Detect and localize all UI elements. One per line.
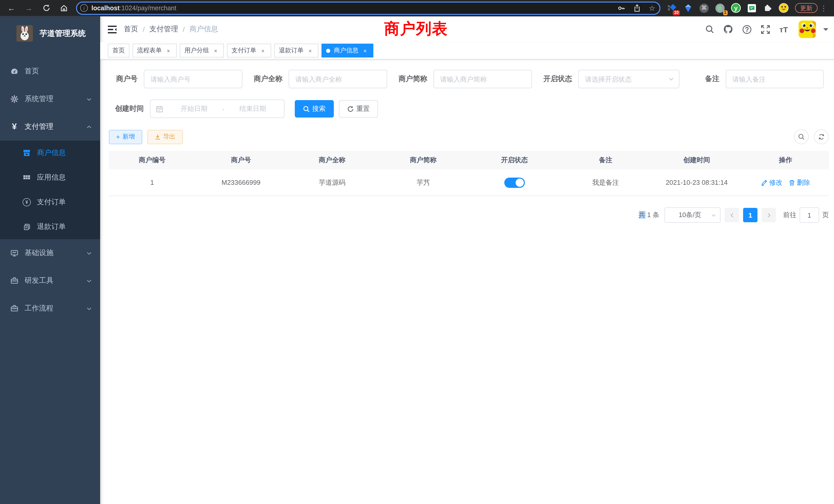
sidebar-item-system[interactable]: 系统管理 — [0, 85, 100, 113]
field-merchant-full-name: 商户全称 — [247, 70, 387, 88]
current-page-button[interactable]: 1 — [743, 208, 758, 222]
tab-refund-order[interactable]: 退款订单× — [274, 44, 319, 58]
profile-smiley-avatar[interactable] — [778, 3, 789, 13]
reset-button[interactable]: 重置 — [339, 100, 378, 117]
search-button-label: 搜索 — [312, 104, 326, 113]
screenshot: ← → i localhost:1024/pay/merchant — [0, 0, 834, 504]
sidebar-item-infrastructure[interactable]: 基础设施 — [0, 239, 100, 267]
browser-forward-icon[interactable]: → — [24, 3, 34, 13]
sidebar-collapse-icon[interactable] — [100, 17, 124, 42]
close-icon[interactable]: × — [212, 47, 219, 54]
merchant-short-name-input[interactable] — [434, 70, 531, 88]
cell-actions: 修改 删除 — [742, 178, 829, 187]
download-icon — [154, 134, 160, 140]
delete-link[interactable]: 删除 — [789, 178, 810, 187]
site-info-icon[interactable]: i — [80, 4, 88, 12]
browser-toolbar: ← → i localhost:1024/pay/merchant — [0, 0, 834, 17]
fullscreen-icon[interactable] — [759, 23, 772, 36]
navbar-actions: тT — [703, 21, 829, 38]
sidebar-item-app-info[interactable]: 应用信息 — [0, 165, 100, 190]
add-button[interactable]: + 新增 — [109, 130, 142, 144]
pagination-goto: 前往 页 — [783, 207, 829, 223]
search-button[interactable]: 搜索 — [295, 100, 334, 117]
extension-command-icon[interactable]: ⌘ — [699, 3, 709, 13]
sidebar-item-refund-order[interactable]: 退款订单 — [0, 214, 100, 239]
edit-link[interactable]: 修改 — [761, 178, 783, 187]
close-icon[interactable]: × — [307, 47, 314, 54]
sidebar-item-label: 退款订单 — [37, 222, 66, 231]
top-navbar: 首页 / 支付管理 / 商户信息 — [100, 17, 834, 42]
browser-update-button[interactable]: 更新 — [795, 3, 817, 13]
sidebar-item-pay-order[interactable]: ¥ 支付订单 — [0, 190, 100, 214]
user-avatar[interactable] — [798, 21, 816, 38]
refresh-table-icon[interactable] — [814, 129, 829, 144]
share-icon[interactable] — [634, 4, 641, 12]
breadcrumb-payment[interactable]: 支付管理 — [150, 25, 178, 34]
extensions-puzzle-icon[interactable] — [763, 3, 773, 13]
sidebar-item-workflow[interactable]: 工作流程 — [0, 295, 100, 322]
plus-icon: + — [116, 133, 120, 141]
date-range-picker[interactable]: 开始日期 - 结束日期 — [150, 99, 285, 118]
browser-back-icon[interactable]: ← — [6, 3, 17, 13]
chevron-down-icon — [86, 250, 92, 256]
refresh-icon — [347, 106, 354, 112]
close-icon[interactable]: × — [361, 47, 369, 54]
extension-y-icon[interactable]: y — [731, 3, 741, 13]
sidebar-item-dev-tools[interactable]: 研发工具 — [0, 267, 100, 295]
status-select-input[interactable] — [579, 70, 679, 88]
merchant-no-input[interactable] — [144, 70, 242, 88]
goto-page-input[interactable] — [799, 207, 819, 223]
breadcrumb-home[interactable]: 首页 — [124, 25, 138, 34]
extension-gem-icon[interactable] — [683, 3, 693, 13]
cell-full-name: 芋道源码 — [287, 178, 378, 187]
help-icon[interactable] — [740, 23, 753, 36]
start-date-placeholder[interactable]: 开始日期 — [168, 104, 220, 113]
avatar-caret-icon[interactable] — [823, 28, 828, 33]
extension-chat-icon[interactable] — [747, 3, 757, 13]
sidebar-item-home[interactable]: 首页 — [0, 58, 100, 85]
status-toggle[interactable] — [504, 177, 525, 188]
tab-label: 用户分组 — [184, 46, 209, 55]
payment-submenu: 商户信息 应用信息 ¥ 支付订单 — [0, 141, 100, 239]
breadcrumb-separator: / — [143, 25, 145, 33]
remark-input[interactable] — [726, 70, 823, 88]
status-select[interactable] — [578, 70, 679, 88]
cell-merchant-no: M233666999 — [195, 179, 287, 186]
close-icon[interactable]: × — [259, 47, 266, 54]
browser-home-icon[interactable] — [59, 3, 69, 13]
cell-created-at: 2021-10-23 08:31:14 — [651, 179, 742, 186]
browser-reload-icon[interactable] — [41, 3, 51, 13]
sidebar-item-label: 研发工具 — [25, 276, 86, 285]
search-icon[interactable] — [703, 23, 717, 36]
tab-home[interactable]: 首页 — [108, 44, 129, 58]
browser-menu-icon[interactable]: ⋮ — [821, 4, 827, 12]
end-date-placeholder[interactable]: 结束日期 — [226, 104, 279, 113]
close-icon[interactable]: × — [165, 47, 172, 54]
sidebar-item-merchant-info[interactable]: 商户信息 — [0, 141, 100, 165]
url-bar[interactable]: i localhost:1024/pay/merchant ☆ — [76, 1, 660, 15]
toolbox-icon — [10, 277, 19, 285]
app-logo-row[interactable]: 芋道管理系统 — [0, 17, 100, 50]
merchant-full-name-input[interactable] — [289, 70, 387, 88]
extension-diamond-icon[interactable]: 10 — [667, 3, 677, 13]
prev-page-button[interactable] — [725, 208, 739, 222]
tab-merchant-info[interactable]: 商户信息× — [322, 44, 373, 58]
github-icon[interactable] — [722, 23, 735, 36]
next-page-button[interactable] — [762, 208, 776, 222]
tab-pay-order[interactable]: 支付订单× — [227, 44, 271, 58]
toggle-search-icon[interactable] — [794, 129, 809, 144]
tab-user-group[interactable]: 用户分组× — [180, 44, 224, 58]
export-button[interactable]: 导出 — [147, 130, 182, 144]
search-form-row-1: 商户号 商户全称 商户简称 开启状态 — [109, 70, 829, 88]
password-key-icon[interactable] — [617, 4, 626, 12]
extension-recorder-icon[interactable]: 1 — [715, 3, 725, 13]
monitor-chart-icon — [10, 249, 19, 257]
pagination-total: 共 1 条 — [639, 210, 659, 220]
tab-process-form[interactable]: 流程表单× — [132, 44, 177, 58]
field-merchant-short-name: 商户简称 — [392, 70, 532, 88]
font-size-icon[interactable]: тT — [777, 23, 790, 36]
sidebar-menu: 首页 系统管理 ¥ 支付管理 — [0, 58, 100, 322]
page-size-select[interactable]: 10条/页 — [664, 207, 721, 223]
bookmark-star-icon[interactable]: ☆ — [649, 4, 655, 12]
sidebar-item-payment[interactable]: ¥ 支付管理 — [0, 113, 100, 141]
